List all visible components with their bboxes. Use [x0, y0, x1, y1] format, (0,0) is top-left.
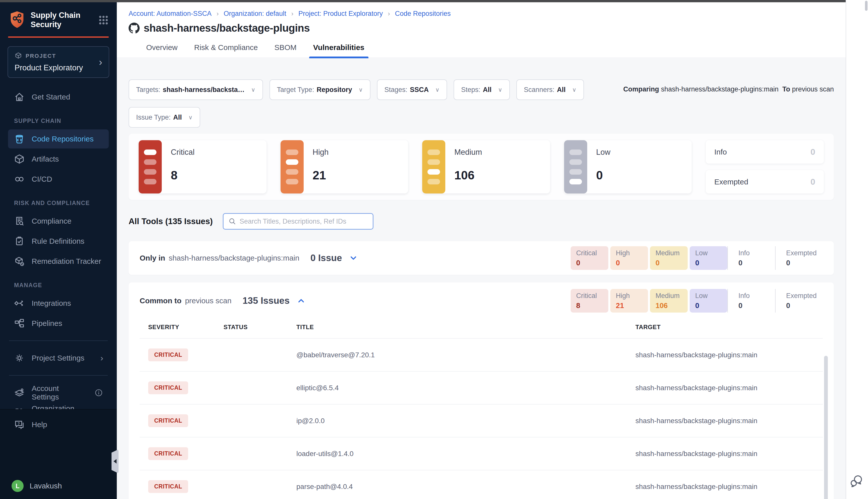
chevron-down-icon: ∨ — [498, 86, 502, 93]
sidebar-item-get-started[interactable]: Get Started — [8, 87, 109, 107]
severity-badge: CRITICAL — [148, 480, 188, 493]
tab-risk-compliance[interactable]: Risk & Compliance — [193, 42, 259, 58]
filter-bar: Targets: shash-harness/backsta… ∨ Target… — [128, 80, 606, 127]
col-target: TARGET — [635, 324, 823, 331]
issues-table: SEVERITY STATUS TITLE TARGET CRITICAL @b… — [140, 324, 823, 499]
low-summary-card[interactable]: Low 0 — [564, 140, 692, 194]
breadcrumb: Account: Automation-SSCA › Organization:… — [128, 10, 834, 17]
logo-row: Supply Chain Security — [0, 2, 117, 35]
common-to-count: 135 Issues — [243, 295, 289, 306]
info-summary-card[interactable]: Info 0 — [706, 140, 824, 163]
sidebar-item-rule-definitions[interactable]: Rule Definitions — [8, 232, 109, 251]
critical-summary-card[interactable]: Critical 8 — [139, 140, 266, 194]
sidebar-item-artifacts[interactable]: Artifacts — [8, 149, 109, 169]
filter-target-type[interactable]: Target Type: Repository ∨ — [270, 80, 370, 100]
table-header: SEVERITY STATUS TITLE TARGET — [140, 324, 823, 331]
group-common-to: Common to previous scan 135 Issues Criti… — [128, 282, 834, 499]
common-to-severity-chips: Critical 8 High 21 Medium 106 Low — [569, 289, 823, 313]
tab-overview[interactable]: Overview — [145, 42, 178, 58]
breadcrumb-separator: › — [388, 10, 390, 17]
sidebar-collapse-handle[interactable] — [112, 449, 119, 473]
info-count: 0 — [810, 147, 815, 157]
page-scrollbar[interactable] — [865, 1, 868, 11]
module-grid-icon[interactable] — [98, 14, 109, 26]
chevron-down-icon: ∨ — [359, 86, 363, 93]
sidebar-footer: ? Help L Lavakush — [0, 409, 117, 499]
breadcrumb-code-repositories[interactable]: Code Repositories — [395, 10, 450, 17]
filter-scanners[interactable]: Scanners: All ∨ — [516, 80, 584, 100]
tab-vulnerabilities[interactable]: Vulnerabilities — [312, 42, 365, 58]
chevron-up-icon[interactable] — [297, 296, 306, 305]
home-icon — [14, 91, 25, 103]
section-manage: MANAGE — [14, 282, 109, 289]
table-row[interactable]: CRITICAL @babel/traverse@7.20.1 shash-ha… — [140, 338, 823, 371]
sidebar-nav: Get Started SUPPLY CHAIN Code Repositori… — [0, 78, 117, 409]
chevron-down-icon: ∨ — [251, 86, 256, 93]
tab-sbom[interactable]: SBOM — [273, 42, 297, 58]
sidebar-item-organization-settings[interactable]: Organization Settings — [8, 403, 109, 409]
document-search-icon — [14, 215, 25, 227]
breadcrumb-project[interactable]: Project: Product Exploratory — [298, 10, 383, 17]
project-selector[interactable]: PROJECT Product Exploratory › — [8, 46, 109, 78]
high-band-icon — [281, 140, 303, 194]
sidebar-item-integrations[interactable]: Integrations — [8, 294, 109, 313]
severity-badge: CRITICAL — [148, 349, 188, 361]
sidebar-item-compliance[interactable]: Compliance — [8, 211, 109, 231]
issue-target: shash-harness/backstage-plugins:main — [635, 450, 823, 458]
group-only-in[interactable]: Only in shash-harness/backstage-plugins:… — [128, 241, 834, 275]
sidebar-item-cicd[interactable]: CI/CD — [8, 170, 109, 189]
issue-title: parse-path@4.0.4 — [296, 483, 635, 491]
filter-steps[interactable]: Steps: All ∨ — [454, 80, 510, 100]
low-band-icon — [564, 140, 587, 194]
svg-text:?: ? — [17, 421, 20, 426]
infinity-icon — [14, 173, 25, 185]
medium-band-icon — [422, 140, 445, 194]
common-to-header[interactable]: Common to previous scan 135 Issues Criti… — [140, 289, 823, 313]
sidebar-item-help[interactable]: ? Help — [8, 415, 109, 434]
sidebar-item-account-settings[interactable]: Account Settings — [8, 383, 109, 402]
clipboard-check-icon — [14, 235, 25, 247]
chat-support-icon[interactable] — [849, 474, 863, 488]
high-summary-card[interactable]: High 21 — [281, 140, 408, 194]
chevron-down-icon: ∨ — [188, 114, 193, 121]
chip-high: High 21 — [610, 289, 648, 313]
search-input[interactable] — [239, 218, 368, 226]
chevron-right-icon: › — [100, 353, 103, 363]
table-row[interactable]: CRITICAL elliptic@6.5.4 shash-harness/ba… — [140, 371, 823, 404]
layers-gear-icon — [14, 387, 25, 399]
table-scrollbar[interactable] — [824, 356, 828, 499]
issue-target: shash-harness/backstage-plugins:main — [635, 351, 823, 359]
exempted-summary-card[interactable]: Exempted 0 — [706, 170, 824, 194]
project-box-icon — [15, 52, 22, 60]
accent-divider — [8, 36, 109, 38]
gear-icon — [14, 352, 25, 364]
chip-exempted: Exempted 0 — [775, 289, 823, 313]
app-root: Supply Chain Security PROJECT — [0, 0, 868, 499]
medium-summary-card[interactable]: Medium 106 — [422, 140, 550, 194]
filter-targets[interactable]: Targets: shash-harness/backsta… ∨ — [128, 80, 263, 100]
user-menu[interactable]: L Lavakush — [8, 480, 109, 492]
avatar: L — [12, 480, 24, 492]
sidebar-item-remediation-tracker[interactable]: Remediation Tracker — [8, 252, 109, 271]
filter-stages[interactable]: Stages: SSCA ∨ — [377, 80, 447, 100]
severity-badge: CRITICAL — [148, 447, 188, 460]
table-row[interactable]: CRITICAL parse-path@4.0.4 shash-harness/… — [140, 470, 823, 499]
table-row[interactable]: CRITICAL ip@2.0.0 shash-harness/backstag… — [140, 404, 823, 437]
info-circle-icon[interactable] — [94, 388, 103, 397]
sidebar-item-pipelines[interactable]: Pipelines — [8, 314, 109, 333]
issue-search — [223, 213, 373, 230]
box-wrench-icon — [14, 256, 25, 267]
breadcrumb-separator: › — [216, 10, 219, 17]
chip-critical: Critical 8 — [571, 289, 608, 313]
sidebar-item-project-settings[interactable]: Project Settings › — [8, 349, 109, 368]
user-name: Lavakush — [30, 482, 62, 490]
breadcrumb-account[interactable]: Account: Automation-SSCA — [128, 10, 211, 17]
breadcrumb-organization[interactable]: Organization: default — [224, 10, 286, 17]
severity-badge: CRITICAL — [148, 414, 188, 427]
filter-issue-type[interactable]: Issue Type: All ∨ — [128, 107, 200, 127]
table-row[interactable]: CRITICAL loader-utils@1.4.0 shash-harnes… — [140, 437, 823, 470]
critical-band-icon — [139, 140, 162, 194]
chip-critical: Critical 0 — [571, 246, 608, 270]
chevron-down-icon[interactable] — [349, 254, 358, 263]
sidebar-item-code-repositories[interactable]: Code Repositories — [8, 130, 109, 148]
